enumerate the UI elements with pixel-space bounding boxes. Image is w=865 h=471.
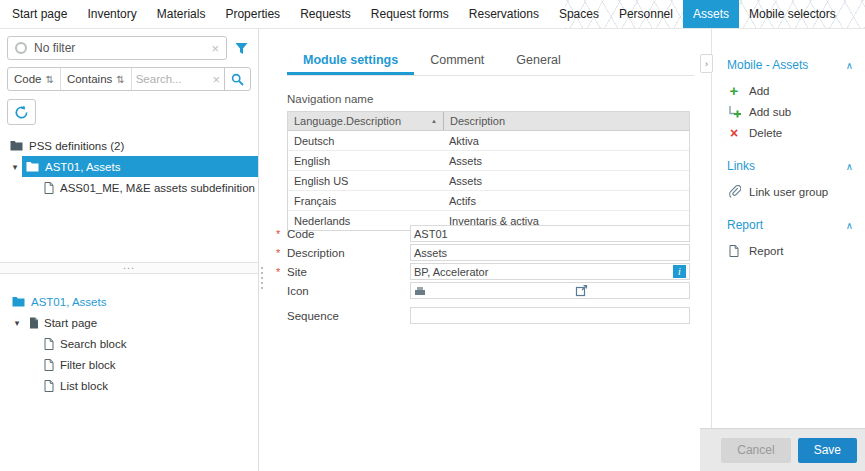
search-operator-value: Contains	[67, 73, 112, 85]
add-sub-icon	[727, 105, 741, 118]
chevron-up-icon[interactable]: ∧	[846, 161, 853, 172]
code-field[interactable]	[414, 228, 686, 240]
panel-splitter[interactable]: ...	[0, 262, 258, 274]
cell-language: Deutsch	[288, 131, 443, 150]
action-panel: Mobile - Assets ∧ + Add Add sub × Delete…	[711, 29, 865, 428]
search-field-selector[interactable]: Code ⇅	[8, 68, 61, 90]
cancel-button[interactable]: Cancel	[721, 438, 790, 463]
site-field[interactable]	[414, 266, 669, 278]
refresh-button[interactable]	[7, 99, 36, 125]
caret-down-icon[interactable]: ▾	[10, 318, 24, 328]
tree-node-list-block[interactable]: List block	[0, 375, 258, 396]
tree-node-ast01-layout[interactable]: AST01, Assets	[0, 291, 258, 312]
action-link-user-group[interactable]: Link user group	[727, 181, 853, 202]
clear-search-icon[interactable]: ×	[208, 72, 224, 87]
tab-comment[interactable]: Comment	[414, 46, 500, 75]
nav-spaces[interactable]: Spaces	[549, 0, 609, 28]
field-description: * Description	[287, 244, 690, 263]
sort-ascending-icon: ▲	[431, 118, 437, 124]
language-description-table: Language.Description ▲ Description Deuts…	[287, 111, 690, 231]
icon-picker-button[interactable]	[573, 282, 589, 298]
spinner-arrows-icon: ⇅	[46, 74, 54, 85]
action-label: Link user group	[749, 186, 828, 198]
column-header-description[interactable]: Description	[444, 112, 689, 130]
search-input[interactable]	[132, 73, 209, 85]
action-delete[interactable]: × Delete	[727, 122, 853, 143]
nav-materials[interactable]: Materials	[147, 0, 216, 28]
tree-node-start-page[interactable]: ▾ Start page	[0, 312, 258, 333]
table-row[interactable]: English Assets	[288, 151, 689, 171]
info-icon[interactable]: i	[673, 265, 686, 278]
required-marker: *	[276, 247, 280, 259]
section-mobile-assets: Mobile - Assets ∧ + Add Add sub × Delete	[727, 55, 853, 143]
section-title: Links	[727, 159, 755, 173]
nav-inventory[interactable]: Inventory	[77, 0, 146, 28]
clear-filter-icon[interactable]: ×	[211, 42, 219, 55]
action-add[interactable]: + Add	[727, 80, 853, 101]
document-icon	[44, 338, 54, 350]
filter-bar: No filter ×	[7, 36, 251, 60]
footer-bar: Cancel Save	[700, 428, 865, 471]
nav-mobile-selectors[interactable]: Mobile selectors	[739, 0, 846, 28]
nav-assets[interactable]: Assets	[683, 0, 739, 28]
spinner-arrows-icon: ⇅	[116, 74, 124, 85]
top-navigation: Start page Inventory Materials Propertie…	[0, 0, 865, 29]
tree-node-pss-definitions[interactable]: PSS definitions (2)	[0, 135, 258, 156]
field-label: Site	[287, 266, 307, 278]
tree-node-label: ASS01_ME, M&E assets subdefinition	[60, 182, 255, 194]
required-marker: *	[276, 228, 280, 240]
section-report: Report ∧ Report	[727, 215, 853, 261]
required-marker: *	[276, 266, 280, 278]
nav-personnel[interactable]: Personnel	[609, 0, 683, 28]
splitter-dots-icon: ...	[123, 263, 135, 267]
action-label: Add	[749, 85, 769, 97]
filter-selector[interactable]: No filter ×	[7, 36, 227, 60]
tree-node-label: AST01, Assets	[31, 296, 106, 308]
action-report[interactable]: Report	[727, 240, 853, 261]
table-row[interactable]: English US Assets	[288, 171, 689, 191]
tab-module-settings[interactable]: Module settings	[287, 46, 414, 75]
search-field-value: Code	[14, 73, 42, 85]
sequence-field[interactable]	[414, 310, 686, 322]
column-header-label: Language.Description	[294, 115, 401, 127]
nav-properties[interactable]: Properties	[215, 0, 290, 28]
paperclip-icon	[727, 185, 741, 198]
action-add-sub[interactable]: Add sub	[727, 101, 853, 122]
tree-node-label: Search block	[60, 338, 126, 350]
filter-funnel-icon[interactable]	[231, 42, 251, 55]
main-panel: Module settings Comment General Navigati…	[259, 29, 700, 471]
nav-start-page[interactable]: Start page	[2, 0, 77, 28]
collapse-panel-button[interactable]: ›	[700, 54, 713, 73]
plus-icon: +	[727, 83, 741, 98]
search-bar: Code ⇅ Contains ⇅ ×	[7, 67, 251, 91]
tab-general[interactable]: General	[500, 46, 576, 75]
table-row[interactable]: Français Actifs	[288, 191, 689, 211]
section-title: Mobile - Assets	[727, 58, 808, 72]
table-header-row: Language.Description ▲ Description	[288, 112, 689, 131]
cell-description: Actifs	[443, 191, 689, 210]
tree-node-ass01-me[interactable]: ASS01_ME, M&E assets subdefinition	[0, 177, 258, 198]
filter-state-icon	[15, 42, 27, 54]
caret-down-icon[interactable]: ▾	[8, 162, 22, 172]
nav-request-forms[interactable]: Request forms	[361, 0, 459, 28]
resize-grip-icon[interactable]	[261, 267, 263, 289]
search-operator-selector[interactable]: Contains ⇅	[61, 68, 132, 90]
table-row[interactable]: Deutsch Aktiva	[288, 131, 689, 151]
search-icon[interactable]	[224, 68, 250, 90]
field-label: Sequence	[287, 310, 339, 322]
column-header-language[interactable]: Language.Description ▲	[288, 112, 444, 130]
cell-language: English	[288, 151, 443, 170]
tree-node-search-block[interactable]: Search block	[0, 333, 258, 354]
save-button[interactable]: Save	[798, 438, 857, 463]
folder-icon	[26, 161, 39, 172]
nav-reservations[interactable]: Reservations	[459, 0, 549, 28]
chevron-up-icon[interactable]: ∧	[846, 220, 853, 231]
tree-node-filter-block[interactable]: Filter block	[0, 354, 258, 375]
page-icon	[29, 317, 39, 329]
chevron-up-icon[interactable]: ∧	[846, 60, 853, 71]
field-sequence: Sequence	[287, 307, 690, 326]
tree-node-ast01-selected[interactable]: ▾ AST01, Assets	[0, 156, 258, 177]
nav-requests[interactable]: Requests	[290, 0, 361, 28]
filter-value: No filter	[34, 41, 75, 55]
description-field[interactable]	[414, 247, 686, 259]
